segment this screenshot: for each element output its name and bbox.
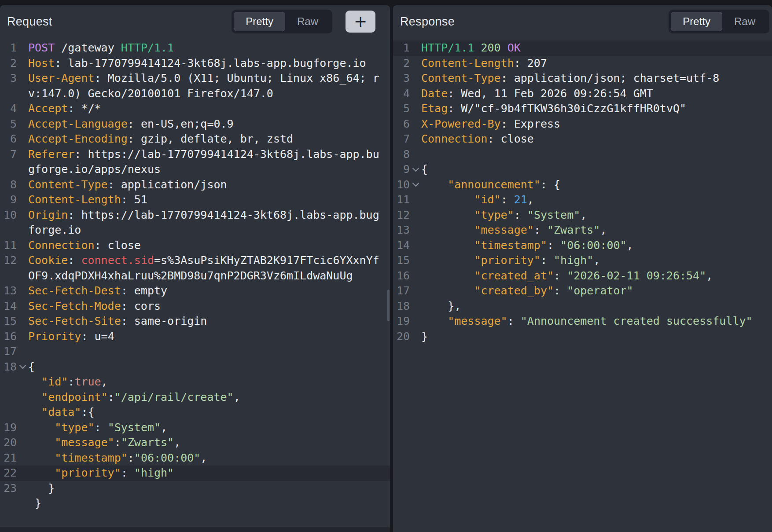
code-line: 1POST /gateway HTTP/1.1: [0, 40, 390, 56]
request-raw-tab[interactable]: Raw: [285, 12, 330, 31]
line-number: 5: [0, 117, 17, 132]
code-line: 8: [393, 147, 772, 162]
token-val: : application/json; charset=utf-8: [501, 72, 720, 84]
code-text: v:147.0) Gecko/20100101 Firefox/147.0: [28, 86, 273, 102]
code-line: 15Sec-Fetch-Site: same-origin: [0, 314, 390, 329]
code-text: Accept-Language: en-US,en;q=0.9: [28, 117, 234, 132]
token-val: :: [534, 224, 547, 236]
token-key: Priority: [28, 330, 81, 343]
token-red: connect.sid: [81, 254, 154, 267]
token-key: Sec-Fetch-Dest: [28, 284, 121, 297]
token-key: Sec-Fetch-Mode: [28, 300, 121, 312]
token-meth: OK: [507, 41, 521, 54]
line-number: 4: [0, 101, 17, 117]
token-val: : Wed, 11 Feb 2026 09:26:54 GMT: [448, 87, 653, 100]
token-val: : Mozilla/5.0 (X11; Ubuntu; Linux x86_64…: [95, 72, 379, 84]
code-line: 3User-Agent: Mozilla/5.0 (X11; Ubuntu; L…: [0, 71, 390, 86]
token-val: =s%3AsuPsiKHyZTAB2K917FTcic6YXxnYf: [154, 254, 379, 267]
line-number: 20: [393, 329, 410, 345]
code-text: "id":true,: [28, 374, 108, 390]
request-scrollbar-thumb[interactable]: [387, 290, 390, 321]
code-line: 11Connection: close: [0, 238, 390, 253]
code-line: forge.io: [0, 223, 390, 238]
line-number: 3: [0, 71, 17, 86]
response-editor[interactable]: 1HTTP/1.1 200 OK2Content-Length: 2073Con…: [393, 38, 772, 344]
token-val: :: [68, 254, 81, 267]
token-val: :: [114, 436, 121, 449]
request-pretty-tab[interactable]: Pretty: [234, 12, 285, 31]
code-text: User-Agent: Mozilla/5.0 (X11; Ubuntu; Li…: [28, 71, 379, 86]
token-key: "message": [421, 315, 507, 327]
line-number: 6: [393, 117, 410, 132]
code-line: 16Priority: u=4: [0, 329, 390, 345]
token-val: : W/"cf-9b4fTKW36h30iCzzG1kffHR0tvQ": [448, 102, 686, 115]
collapse-chevron-icon[interactable]: [410, 183, 421, 186]
code-text: Priority: u=4: [28, 329, 114, 345]
code-line: 10 "announcement": {: [393, 177, 772, 193]
token-key: "priority": [421, 254, 540, 267]
request-panel: Request Pretty Raw + 1POST /gateway HTTP…: [0, 5, 390, 532]
code-text: "created_by": "operator": [421, 283, 633, 299]
code-line: 20 "message":"Zwarts",: [0, 435, 390, 451]
token-str: "operator": [567, 284, 633, 297]
token-key: Sec-Fetch-Site: [28, 315, 121, 327]
token-val: : same-origin: [121, 315, 207, 327]
code-text: "timestamp":"06:00:00",: [28, 451, 207, 466]
collapse-chevron-icon[interactable]: [410, 169, 421, 171]
token-val: : https://lab-1770799414124-3kt68j.labs-…: [74, 148, 379, 161]
token-key: "endpoint": [28, 391, 108, 404]
response-header-controls: Pretty Raw: [669, 10, 769, 33]
token-bool: true: [74, 375, 101, 388]
code-text: Connection: close: [421, 132, 534, 147]
token-val: }: [28, 497, 41, 510]
line-number: 15: [393, 253, 410, 268]
code-text: Etag: W/"cf-9b4fTKW36h30iCzzG1kffHR0tvQ": [421, 101, 686, 117]
token-val: : en-US,en;q=0.9: [128, 117, 234, 130]
token-key: "timestamp": [28, 451, 128, 464]
token-val: :: [554, 269, 567, 282]
token-key: Content-Type: [421, 72, 501, 84]
token-val: :: [108, 391, 114, 404]
token-val: :: [128, 451, 134, 464]
code-line: 13Sec-Fetch-Dest: empty: [0, 283, 390, 299]
code-line: 11 "id": 21,: [393, 192, 772, 208]
token-val: :: [554, 284, 567, 297]
token-status: 200: [481, 41, 500, 54]
request-editor[interactable]: 1POST /gateway HTTP/1.12Host: lab-177079…: [0, 38, 390, 511]
code-line: 9Content-Length: 51: [0, 192, 390, 208]
line-number: 15: [0, 314, 17, 329]
token-val: : close: [95, 239, 141, 252]
code-text: Connection: close: [28, 238, 141, 253]
token-val: :: [547, 239, 560, 252]
line-number: 8: [0, 177, 17, 193]
response-pretty-tab[interactable]: Pretty: [671, 12, 722, 31]
request-editor-footer: [0, 527, 390, 532]
add-button[interactable]: +: [346, 11, 375, 33]
token-val: /gateway: [55, 41, 121, 54]
token-key: Content-Length: [421, 57, 514, 70]
line-number: 20: [0, 435, 17, 451]
token-str: "Zwarts": [547, 224, 600, 236]
token-val: [501, 41, 507, 54]
token-val: : */*: [68, 102, 101, 115]
plus-icon: +: [354, 11, 367, 32]
token-key: "created_at": [421, 269, 554, 282]
response-raw-tab[interactable]: Raw: [722, 12, 767, 31]
code-line: 4Date: Wed, 11 Feb 2026 09:26:54 GMT: [393, 86, 772, 102]
code-text: },: [421, 299, 461, 314]
code-line: 17 "created_by": "operator": [393, 283, 772, 299]
token-val: ,: [200, 451, 207, 464]
code-text: Cookie: connect.sid=s%3AsuPsiKHyZTAB2K91…: [28, 253, 379, 268]
chevron-down-icon: [19, 362, 26, 369]
token-val: ,: [174, 436, 180, 449]
line-number: 4: [393, 86, 410, 102]
code-line: 14 "timestamp": "06:00:00",: [393, 238, 772, 253]
token-key: Origin: [28, 209, 68, 221]
collapse-chevron-icon[interactable]: [17, 366, 28, 368]
code-text: "created_at": "2026-02-11 09:26:54",: [421, 268, 713, 284]
code-text: Sec-Fetch-Mode: cors: [28, 299, 161, 314]
line-number: 13: [0, 283, 17, 299]
token-key: "type": [28, 421, 95, 434]
token-val: :: [514, 209, 527, 221]
code-line: 14Sec-Fetch-Mode: cors: [0, 299, 390, 314]
